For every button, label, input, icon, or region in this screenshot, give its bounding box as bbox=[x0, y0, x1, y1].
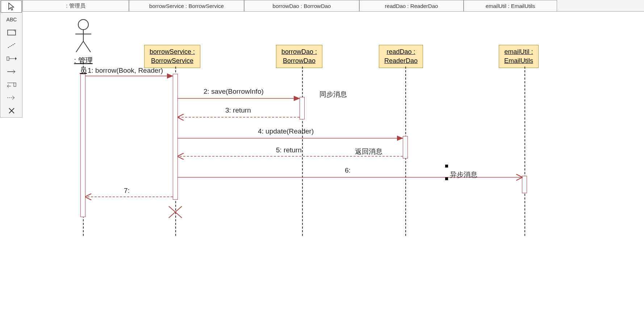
note-icon bbox=[7, 30, 16, 35]
lifeline-name: emailUtil : bbox=[505, 48, 533, 55]
return-icon bbox=[7, 82, 17, 88]
selection-handle[interactable] bbox=[445, 165, 448, 168]
svg-marker-5 bbox=[15, 57, 17, 60]
create-icon bbox=[7, 96, 17, 100]
note-async[interactable]: 异步消息 bbox=[450, 170, 477, 179]
msg-1-label[interactable]: 1: borrow(Book, Reader) bbox=[88, 67, 163, 75]
svg-point-17 bbox=[78, 20, 88, 30]
activation-actor[interactable] bbox=[80, 74, 85, 217]
selection-handle[interactable] bbox=[445, 177, 448, 180]
actor-icon bbox=[72, 19, 94, 53]
delete-icon bbox=[8, 107, 15, 114]
toolbox: ABC bbox=[0, 0, 22, 118]
tool-text[interactable]: ABC bbox=[0, 13, 23, 26]
lifeline-borrowDao[interactable]: borrowDao : BorrowDao bbox=[276, 45, 322, 68]
tool-line[interactable] bbox=[0, 39, 23, 52]
msg-5-label[interactable]: 5: return bbox=[276, 146, 302, 154]
lifeline-name: borrowDao : bbox=[281, 48, 317, 55]
tool-delete[interactable] bbox=[0, 104, 23, 117]
lifeline-line-emailUtil bbox=[524, 67, 525, 236]
lifeline-readDao[interactable]: readDao : ReaderDao bbox=[379, 45, 423, 68]
tool-sync-msg[interactable] bbox=[0, 52, 23, 65]
lifeline-emailUtil[interactable]: emailUtil : EmailUtils bbox=[499, 45, 539, 68]
tab-label: readDao : ReaderDao bbox=[385, 3, 438, 9]
tab-label: borrowDao : BorrowDao bbox=[273, 3, 331, 9]
svg-line-2 bbox=[8, 43, 15, 48]
lifeline-borrowService[interactable]: borrowService : BorrowService bbox=[144, 45, 200, 68]
note-return[interactable]: 返回消息 bbox=[355, 147, 382, 156]
lifeline-type: EmailUtils bbox=[504, 57, 533, 64]
tool-pointer[interactable] bbox=[1, 0, 22, 13]
header-tab-emailUtil[interactable]: emailUtil : EmailUtils bbox=[464, 0, 557, 11]
message-arrows bbox=[22, 12, 644, 309]
header-tab-readDao[interactable]: readDao : ReaderDao bbox=[359, 0, 464, 11]
tool-note[interactable] bbox=[0, 26, 23, 39]
header-tab-actor[interactable]: : 管理员 bbox=[22, 0, 129, 11]
lifeline-name: readDao : bbox=[387, 48, 415, 55]
note-sync[interactable]: 同步消息 bbox=[319, 90, 347, 99]
header-tab-borrowService[interactable]: borrowService : BorrowService bbox=[129, 0, 244, 11]
msg-7-label[interactable]: 7: bbox=[124, 187, 130, 195]
svg-line-21 bbox=[83, 41, 91, 52]
lifeline-type: BorrowService bbox=[151, 57, 193, 64]
tool-async-msg[interactable] bbox=[0, 65, 23, 78]
msg-3-label[interactable]: 3: return bbox=[225, 106, 251, 114]
msg-2-label[interactable]: 2: save(BorrowInfo) bbox=[204, 88, 264, 96]
sync-icon bbox=[7, 56, 17, 62]
tool-return-msg[interactable] bbox=[0, 78, 23, 91]
activation-borrowService[interactable] bbox=[173, 74, 178, 200]
header-tab-borrowDao[interactable]: borrowDao : BorrowDao bbox=[244, 0, 359, 11]
lifeline-name: borrowService : bbox=[150, 48, 195, 55]
activation-borrowDao[interactable] bbox=[300, 97, 305, 119]
lifeline-type: BorrowDao bbox=[283, 57, 315, 64]
diagram-canvas[interactable]: : 管理员 borrowService : BorrowService borr… bbox=[22, 12, 644, 309]
svg-line-13 bbox=[12, 96, 14, 98]
svg-rect-9 bbox=[14, 83, 16, 86]
tab-label: : 管理员 bbox=[66, 3, 85, 9]
msg-6-label[interactable]: 6: bbox=[345, 166, 351, 174]
svg-line-20 bbox=[76, 41, 83, 52]
svg-line-14 bbox=[12, 98, 14, 100]
tab-label: borrowService : BorrowService bbox=[149, 3, 224, 9]
svg-rect-3 bbox=[7, 57, 9, 60]
text-icon: ABC bbox=[7, 17, 17, 22]
lifeline-line-borrowDao bbox=[302, 67, 303, 236]
line-icon bbox=[7, 43, 16, 48]
activation-emailUtil[interactable] bbox=[522, 176, 527, 193]
tool-create-msg[interactable] bbox=[0, 91, 23, 104]
msg-4-label[interactable]: 4: update(Reader) bbox=[258, 127, 314, 135]
async-icon bbox=[7, 69, 17, 74]
lifeline-type: ReaderDao bbox=[384, 57, 418, 64]
activation-readDao[interactable] bbox=[403, 136, 408, 158]
tab-label: emailUtil : EmailUtils bbox=[486, 3, 535, 9]
pointer-icon bbox=[8, 2, 15, 11]
